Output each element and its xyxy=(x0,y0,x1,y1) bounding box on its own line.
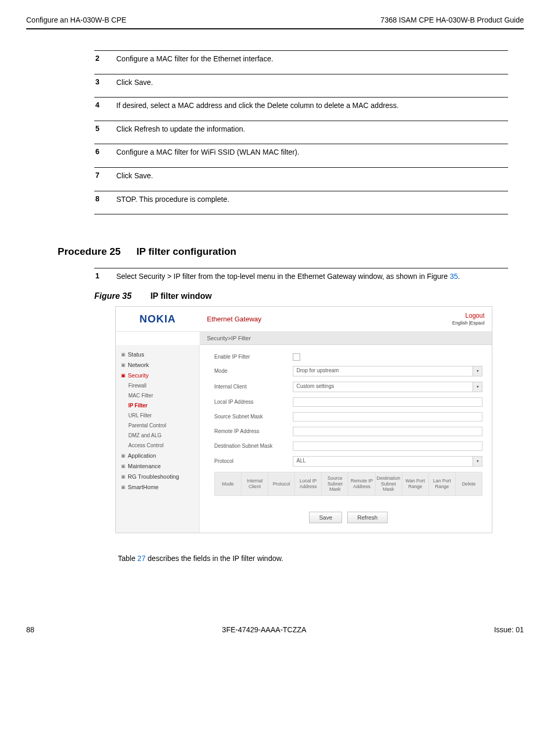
mode-value: Drop for upstream xyxy=(293,366,472,376)
step-rule xyxy=(94,50,508,51)
dstmask-label: Destination Subnet Mask xyxy=(214,443,293,449)
step-num: 8 xyxy=(95,195,106,203)
logout-link[interactable]: Logout xyxy=(465,312,485,319)
breadcrumb: Security>IP Filter xyxy=(200,332,492,345)
protocol-label: Protocol xyxy=(214,458,293,464)
sidebar-item-smarthome[interactable]: ▣SmartHome xyxy=(116,482,199,492)
procedure-label: Procedure 25 xyxy=(58,246,120,257)
sidebar-label: Network xyxy=(128,362,149,368)
save-button[interactable]: Save xyxy=(309,512,342,523)
step-num: 2 xyxy=(95,54,106,62)
step-text: Select Security > IP filter from the top… xyxy=(116,272,460,282)
expander-icon: ▣ xyxy=(121,474,126,479)
refresh-button[interactable]: Refresh xyxy=(347,512,388,523)
expander-icon: ▣ xyxy=(121,484,126,490)
sidebar-item-application[interactable]: ▣Application xyxy=(116,450,199,461)
row-remoteip: Remote IP Address xyxy=(214,427,482,436)
th-protocol: Protocol xyxy=(268,472,295,495)
sidebar-label: RG Troubleshooting xyxy=(128,473,179,480)
sidebar-sub-parental[interactable]: Parental Control xyxy=(116,420,199,430)
expander-icon: ▣ xyxy=(121,352,126,357)
sidebar-sub-firewall[interactable]: Firewall xyxy=(116,381,199,391)
sidebar-sub-ipfilter[interactable]: IP Filter xyxy=(116,401,199,411)
button-row: Save Refresh xyxy=(214,512,482,523)
header-left: Configure an HA-030W-B CPE xyxy=(26,16,126,24)
remoteip-input[interactable] xyxy=(293,427,482,436)
sidebar-item-network[interactable]: ▣Network xyxy=(116,360,199,370)
step-text: Click Save. xyxy=(116,78,153,88)
row-srcmask: Source Subnet Mask xyxy=(214,412,482,422)
expander-icon: ▣ xyxy=(121,453,126,458)
sidebar-label: Security xyxy=(128,372,149,379)
localip-input[interactable] xyxy=(293,397,482,407)
expander-icon: ▣ xyxy=(121,463,126,469)
step-1-container: 1 Select Security > IP filter from the t… xyxy=(94,268,508,282)
localip-label: Local IP Address xyxy=(214,399,293,405)
step-5: 5 Click Refresh to update the informatio… xyxy=(94,121,508,135)
step-text: Click Refresh to update the information. xyxy=(116,124,245,135)
mode-select[interactable]: Drop for upstream ▾ xyxy=(293,366,482,376)
th-srcmask: Source Subnet Mask xyxy=(322,472,348,495)
sidebar-item-maintenance[interactable]: ▣Maintenance xyxy=(116,461,199,471)
sidebar-sub-access[interactable]: Access Control xyxy=(116,440,199,450)
language-links[interactable]: English |Espaol xyxy=(452,320,485,326)
step-rule xyxy=(94,191,508,191)
client-value: Custom settings xyxy=(293,382,472,392)
sidebar-sub-dmz[interactable]: DMZ and ALG xyxy=(116,430,199,440)
final-rule xyxy=(94,214,508,214)
step-8: 8 STOP. This procedure is complete. xyxy=(94,191,508,205)
table-link[interactable]: 27 xyxy=(137,554,146,563)
client-select[interactable]: Custom settings ▾ xyxy=(293,382,482,392)
protocol-select[interactable]: ALL ▾ xyxy=(293,456,482,467)
client-label: Internal Client xyxy=(214,384,293,390)
title-bar: Ethernet Gateway Logout English |Espaol xyxy=(200,312,492,326)
steps-container: 2 Configure a MAC filter for the Etherne… xyxy=(94,50,508,204)
chevron-down-icon: ▾ xyxy=(472,457,482,466)
enable-checkbox[interactable] xyxy=(293,353,300,361)
after-figure-text: Table 27 describes the fields in the IP … xyxy=(118,554,524,563)
step-6: 6 Configure a MAC filter for WiFi SSID (… xyxy=(94,144,508,158)
th-remoteip: Remote IP Address xyxy=(348,472,375,495)
step-2: 2 Configure a MAC filter for the Etherne… xyxy=(94,50,508,64)
sidebar-sub-macfilter[interactable]: MAC Filter xyxy=(116,391,199,401)
srcmask-input[interactable] xyxy=(293,412,482,422)
step-4: 4 If desired, select a MAC address and c… xyxy=(94,97,508,111)
row-mode: Mode Drop for upstream ▾ xyxy=(214,366,482,376)
row-protocol: Protocol ALL ▾ xyxy=(214,456,482,467)
sidebar-sub-urlfilter[interactable]: URL Filter xyxy=(116,411,199,420)
header-rule xyxy=(26,28,524,29)
th-lanport: Lan Port Range xyxy=(429,472,456,495)
step-num: 5 xyxy=(95,124,106,133)
sidebar-item-status[interactable]: ▣Status xyxy=(116,349,199,360)
step1-suffix: . xyxy=(458,272,460,280)
step-num: 7 xyxy=(95,171,106,179)
dstmask-input[interactable] xyxy=(293,441,482,451)
row-dstmask: Destination Subnet Mask xyxy=(214,441,482,451)
step-rule xyxy=(94,97,508,98)
header-right: 7368 ISAM CPE HA-030W-B Product Guide xyxy=(380,16,524,24)
step-num: 1 xyxy=(95,272,106,280)
th-wanport: Wan Port Range xyxy=(402,472,429,495)
figure-link[interactable]: 35 xyxy=(450,272,458,280)
srcmask-label: Source Subnet Mask xyxy=(214,414,293,419)
chevron-down-icon: ▾ xyxy=(472,382,482,392)
step-rule xyxy=(94,167,508,168)
step-rule xyxy=(94,121,508,121)
step-7: 7 Click Save. xyxy=(94,167,508,181)
right-links: Logout English |Espaol xyxy=(452,312,485,326)
th-localip: Local IP Address xyxy=(295,472,322,495)
expander-icon: ▣ xyxy=(121,373,126,378)
step-text: Configure a MAC filter for the Ethernet … xyxy=(116,54,273,64)
af-prefix: Table xyxy=(118,554,137,563)
th-dstmask: Destination Subnet Mask xyxy=(376,472,402,495)
step-rule xyxy=(94,144,508,144)
sidebar-label: SmartHome xyxy=(128,484,159,490)
gateway-title: Ethernet Gateway xyxy=(207,315,261,323)
row-enable: Enable IP Filter xyxy=(214,353,482,361)
sidebar-label: Maintenance xyxy=(128,463,161,469)
procedure-heading: Procedure 25 IP filter configuration xyxy=(58,246,524,257)
figure-title: Figure 35 IP filter window xyxy=(94,291,524,301)
sidebar-item-rgtrouble[interactable]: ▣RG Troubleshooting xyxy=(116,471,199,482)
sidebar-item-security[interactable]: ▣Security xyxy=(116,370,199,381)
th-client: Internal Client xyxy=(241,472,268,495)
